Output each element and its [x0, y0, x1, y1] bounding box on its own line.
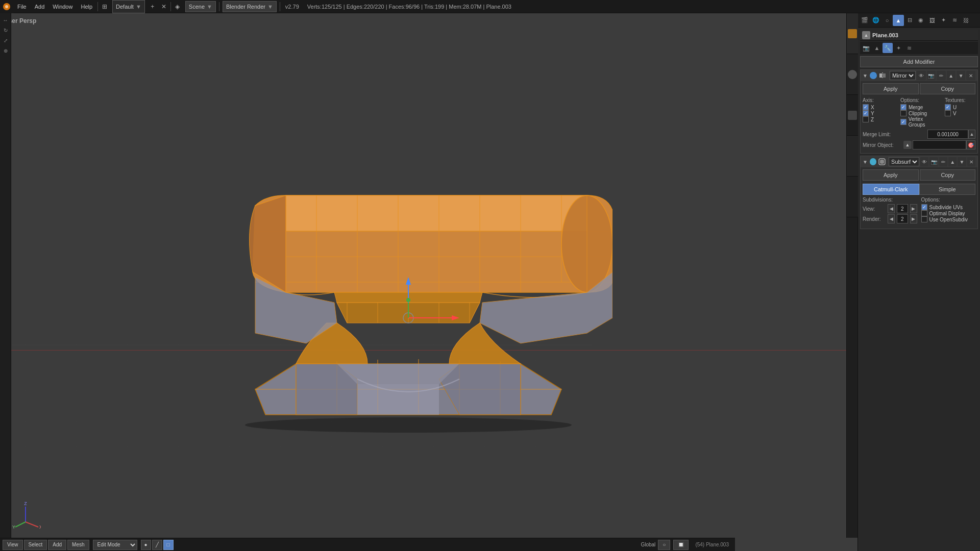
particle-prop-icon[interactable]: ✦ [893, 43, 903, 53]
optimal-display-checkbox[interactable] [921, 210, 927, 216]
view-value-field[interactable]: 2 [897, 204, 908, 213]
tab-particles[interactable]: ✦ [938, 15, 949, 26]
remove-screen-icon[interactable]: ✕ [158, 1, 169, 12]
merge-row: Merge [900, 104, 941, 110]
add-modifier-button[interactable]: Add Modifier [860, 56, 978, 67]
add-menu-btn[interactable]: Add [48, 540, 66, 550]
texture-v-checkbox[interactable] [945, 110, 951, 116]
clipping-checkbox[interactable] [900, 110, 906, 116]
modifier-camera-btn[interactable]: 📷 [927, 71, 936, 80]
render-decrease-btn[interactable]: ◀ [888, 214, 895, 223]
subsurf-collapse-icon[interactable]: ▼ [863, 159, 868, 165]
simple-button[interactable]: Simple [919, 184, 976, 195]
workspace-selector[interactable]: Default ▼ [112, 0, 145, 13]
merge-limit-arrow[interactable]: ▲ [968, 130, 975, 139]
menu-add[interactable]: Add [31, 0, 49, 13]
blender-logo[interactable] [0, 0, 13, 13]
subsurf-name-select[interactable]: Subsurf [889, 157, 919, 166]
optimal-display-label: Optimal Display [929, 211, 965, 216]
mesh-menu-btn[interactable]: Mesh [67, 540, 89, 550]
physics-prop-icon[interactable]: ≋ [904, 43, 914, 53]
texture-u-checkbox[interactable] [945, 104, 951, 110]
menu-window[interactable]: Window [48, 0, 77, 13]
modifier-type-icon [879, 71, 887, 80]
tab-render[interactable]: 🎬 [859, 15, 870, 26]
select-menu-btn[interactable]: Select [24, 540, 47, 550]
tab-mesh[interactable]: ⊟ [904, 15, 915, 26]
texture-u-label: U [953, 105, 957, 110]
screen-layout-icon[interactable]: ⊞ [99, 1, 110, 12]
thumb-3[interactable] [847, 95, 858, 136]
use-opensubdiv-checkbox[interactable] [921, 216, 927, 222]
mirror-copy-button[interactable]: Copy [920, 83, 976, 94]
merge-checkbox[interactable] [900, 104, 906, 110]
subsurf-down-btn[interactable]: ▼ [958, 157, 966, 166]
render-increase-btn[interactable]: ▶ [910, 214, 917, 223]
grab-tool[interactable]: ↔ [1, 15, 10, 24]
mirror-apply-button[interactable]: Apply [863, 83, 919, 94]
modifier-name-select[interactable]: Mirror [890, 71, 916, 80]
subsurf-up-btn[interactable]: ▲ [948, 157, 957, 166]
axis-y-checkbox[interactable] [863, 110, 869, 116]
modifier-collapse-icon[interactable]: ▼ [863, 73, 868, 79]
view-decrease-btn[interactable]: ◀ [888, 204, 895, 213]
modifier-prop-icon[interactable]: 🔧 [883, 43, 893, 53]
edge-select-btn[interactable]: ╱ [152, 540, 162, 550]
thumb-1[interactable] [847, 13, 858, 54]
tab-object[interactable]: ▲ [893, 15, 904, 26]
modifier-delete-btn[interactable]: ✕ [966, 71, 975, 80]
tab-world[interactable]: ○ [881, 15, 893, 26]
tab-physics[interactable]: ≋ [949, 15, 960, 26]
scale-tool[interactable]: ⤢ [1, 36, 10, 45]
subsurf-edit-btn[interactable]: ✏ [939, 157, 947, 166]
subsurf-visibility-btn[interactable]: 👁 [920, 157, 928, 166]
tab-material[interactable]: ◉ [915, 15, 926, 26]
subsurf-camera-btn[interactable]: 📷 [929, 157, 938, 166]
catmull-clark-button[interactable]: Catmull-Clark [863, 184, 919, 195]
thumb-2[interactable] [847, 54, 858, 95]
menu-help[interactable]: Help [77, 0, 96, 13]
proportional-edit-btn[interactable]: ○ [658, 540, 670, 550]
link-icon[interactable]: ◈ [172, 1, 183, 12]
mirror-obj-pick-btn[interactable]: 🎯 [966, 140, 975, 149]
modifier-visibility-btn[interactable]: 👁 [917, 71, 925, 80]
thumb-4[interactable] [847, 136, 858, 177]
vertex-groups-row: Vertex Groups [900, 116, 941, 128]
subsurf-delete-btn[interactable]: ✕ [967, 157, 975, 166]
render-value-field[interactable]: 2 [897, 214, 908, 223]
merge-limit-value[interactable]: 0.001000 [927, 130, 968, 139]
subdivide-uvs-checkbox[interactable] [921, 204, 927, 210]
svg-rect-65 [883, 73, 886, 78]
face-select-btn[interactable]: □ [163, 540, 174, 550]
view-increase-btn[interactable]: ▶ [910, 204, 917, 213]
view-menu-btn[interactable]: View [3, 540, 23, 550]
mirror-obj-field[interactable] [913, 140, 966, 149]
thumb-5[interactable] [847, 177, 858, 217]
viewport[interactable]: User Persp Z X Y ↔ ↻ ⤢ ⊕ View Select Add… [0, 13, 857, 551]
modifier-up-btn[interactable]: ▲ [947, 71, 955, 80]
vertex-select-btn[interactable]: ● [141, 540, 151, 550]
render-engine-selector[interactable]: Blender Render ▼ [223, 1, 277, 12]
tab-scene[interactable]: 🌐 [870, 15, 881, 26]
transform-tool[interactable]: ⊕ [1, 46, 10, 55]
object-prop-icon[interactable]: ▲ [872, 43, 882, 53]
mirror-obj-type-icon: ▲ [903, 141, 912, 149]
modifier-down-btn[interactable]: ▼ [957, 71, 965, 80]
subsurf-modifier-block: ▼ Subsurf 👁 📷 ✏ ▲ ▼ ✕ [860, 156, 978, 229]
scene-selector[interactable]: Scene ▼ [185, 1, 216, 12]
main-area: User Persp Z X Y ↔ ↻ ⤢ ⊕ View Select Add… [0, 13, 980, 551]
rotate-tool[interactable]: ↻ [1, 26, 10, 35]
subsurf-copy-button[interactable]: Copy [920, 169, 976, 181]
modifier-edit-btn[interactable]: ✏ [937, 71, 945, 80]
mode-select[interactable]: Edit Mode Object Mode Sculpt Mode [93, 540, 137, 550]
tab-constraints[interactable]: ⛓ [960, 15, 971, 26]
add-screen-icon[interactable]: + [147, 1, 158, 12]
render-prop-icon[interactable]: 📷 [861, 43, 871, 53]
snap-btn[interactable]: 🔲 [673, 540, 689, 550]
axis-z-checkbox[interactable] [863, 116, 869, 122]
vertex-groups-checkbox[interactable] [900, 119, 906, 125]
menu-file[interactable]: File [13, 0, 31, 13]
subsurf-apply-button[interactable]: Apply [863, 169, 919, 181]
tab-texture[interactable]: 🖼 [926, 15, 938, 26]
axis-x-checkbox[interactable] [863, 104, 869, 110]
